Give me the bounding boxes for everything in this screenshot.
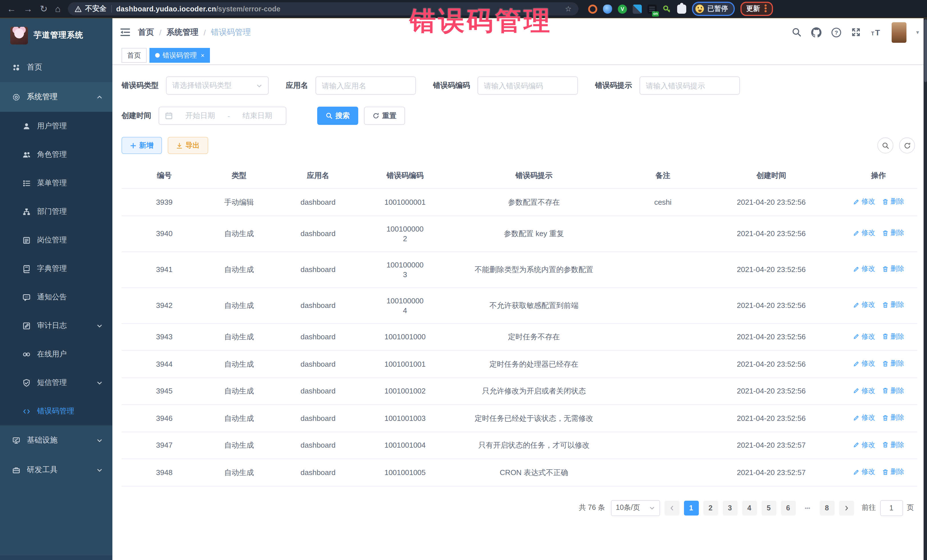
browser-update-button[interactable]: 更新 ••• [740,2,773,16]
delete-link[interactable]: 删除 [882,359,904,369]
edit-link[interactable]: 修改 [853,413,875,423]
sidebar-item-dict[interactable]: 字典管理 [0,254,112,283]
extension-orange-ring-icon[interactable] [588,4,597,14]
sidebar-item-tools[interactable]: 研发工具 [0,455,112,485]
edit-link[interactable]: 修改 [853,300,875,310]
user-avatar[interactable] [892,22,906,42]
search-button[interactable]: 搜索 [317,107,358,125]
pagination-ellipsis[interactable]: ••• [800,501,815,515]
navbar-actions: ? TT ▾ [792,22,919,42]
paused-extension-chip[interactable]: 已暂停 [692,2,735,16]
reset-button[interactable]: 重置 [364,107,405,125]
font-size-icon[interactable]: TT [871,28,882,37]
warning-icon [75,5,82,12]
delete-link[interactable]: 删除 [882,264,904,274]
delete-link[interactable]: 删除 [882,440,904,450]
page-size-value: 10条/页 [616,503,640,513]
error-code-input[interactable] [484,81,571,90]
bookmark-star-icon[interactable]: ☆ [565,5,571,13]
pagination-page-1[interactable]: 1 [684,501,699,515]
error-code-type-select[interactable]: 请选择错误码类型 [166,76,269,95]
pagination-next-button[interactable] [839,501,854,515]
edit-link[interactable]: 修改 [853,359,875,369]
view-tag[interactable]: 错误码管理× [149,48,210,63]
browser-back-icon[interactable]: ← [7,4,16,14]
sidebar-item-sms[interactable]: 短信管理 [0,369,112,397]
sidebar-item-errcode[interactable]: 错误码管理 [0,397,112,425]
delete-link[interactable]: 删除 [882,413,904,423]
cell-note [623,252,703,287]
pagination-page-2[interactable]: 2 [703,501,718,515]
delete-link[interactable]: 删除 [882,197,904,206]
browser-menu-kebab-icon[interactable]: ••• [764,5,767,13]
security-status[interactable]: 不安全 [75,4,106,14]
extension-key-icon[interactable] [662,4,672,14]
sidebar-item-post[interactable]: 岗位管理 [0,226,112,254]
breadcrumb-item[interactable]: 首页 [138,27,154,37]
sidebar-item-user[interactable]: 用户管理 [0,112,112,140]
fullscreen-icon[interactable] [851,27,861,37]
browser-forward-icon[interactable]: → [23,4,32,14]
edit-link[interactable]: 修改 [853,264,875,274]
goto-page-input[interactable] [880,500,903,516]
pagination-page-6[interactable]: 6 [781,501,795,515]
error-hint-input[interactable] [646,81,734,90]
search-icon[interactable] [792,27,801,37]
edit-link[interactable]: 修改 [853,332,875,341]
add-button[interactable]: 新增 [122,137,162,154]
pagination-prev-button[interactable] [664,501,679,515]
sidebar-item-notice[interactable]: 通知公告 [0,283,112,311]
pagination-total: 共 76 条 [579,503,605,513]
delete-link[interactable]: 删除 [882,228,904,238]
address-bar[interactable]: 不安全 dashboard.yudao.iocoder.cn/system/er… [68,2,579,15]
sidebar-item-home[interactable]: 首页 [0,52,112,82]
github-icon[interactable] [811,27,821,37]
help-icon[interactable]: ? [831,27,842,37]
sidebar-item-role[interactable]: 角色管理 [0,140,112,169]
edit-link[interactable]: 修改 [853,197,875,206]
browser-home-icon[interactable]: ⌂ [55,4,61,14]
pagination-page-5[interactable]: 5 [761,501,776,515]
user-menu-caret-icon[interactable]: ▾ [916,29,919,35]
edit-link[interactable]: 修改 [853,467,875,477]
sidebar-item-system[interactable]: 系统管理 [0,82,112,112]
extension-list-icon[interactable]: on [647,4,656,14]
delete-link[interactable]: 删除 [882,467,904,477]
sidebar-item-menu[interactable]: 菜单管理 [0,169,112,197]
extension-grid-icon[interactable] [633,4,642,14]
breadcrumb-item[interactable]: 系统管理 [167,27,199,37]
cell-code: 1001000001 [365,188,445,216]
edit-link[interactable]: 修改 [853,386,875,396]
pagination-page-3[interactable]: 3 [722,501,737,515]
page-scrollbar[interactable] [924,18,927,560]
hamburger-icon[interactable] [120,28,130,36]
delete-link[interactable]: 删除 [882,386,904,396]
sidebar-item-online[interactable]: 在线用户 [0,340,112,369]
pagination-page-4[interactable]: 4 [742,501,757,515]
sidebar-item-dept[interactable]: 部门管理 [0,197,112,226]
page-size-select[interactable]: 10条/页 [611,500,660,516]
edit-link[interactable]: 修改 [853,440,875,450]
delete-link[interactable]: 删除 [882,300,904,310]
view-tag[interactable]: 首页 [122,48,147,63]
sidebar-item-infra[interactable]: 基础设施 [0,425,112,455]
sidebar-item-audit[interactable]: 审计日志 [0,311,112,340]
sidebar-logo[interactable]: 芋道管理系统 [0,18,112,52]
browser-reload-icon[interactable]: ↻ [40,4,48,14]
extension-green-check-icon[interactable]: V [618,4,627,14]
scrollbar-thumb[interactable] [924,20,927,82]
breadcrumb: 首页/系统管理/错误码管理 [138,27,251,37]
sidebar-collapse-bar[interactable] [0,555,112,560]
export-button[interactable]: 导出 [168,137,208,154]
date-range-picker[interactable]: 开始日期 - 结束日期 [159,107,286,125]
edit-link[interactable]: 修改 [853,228,875,238]
delete-link[interactable]: 删除 [882,332,904,341]
app-name-input[interactable] [322,81,410,90]
table-search-toggle-button[interactable] [877,137,894,153]
extensions-puzzle-icon[interactable] [677,4,686,14]
chevron-down-icon [95,437,104,443]
pagination-page-8[interactable]: 8 [819,501,834,515]
table-refresh-button[interactable] [899,137,915,153]
tag-close-icon[interactable]: × [201,52,205,59]
extension-blue-drop-icon[interactable] [603,4,612,14]
